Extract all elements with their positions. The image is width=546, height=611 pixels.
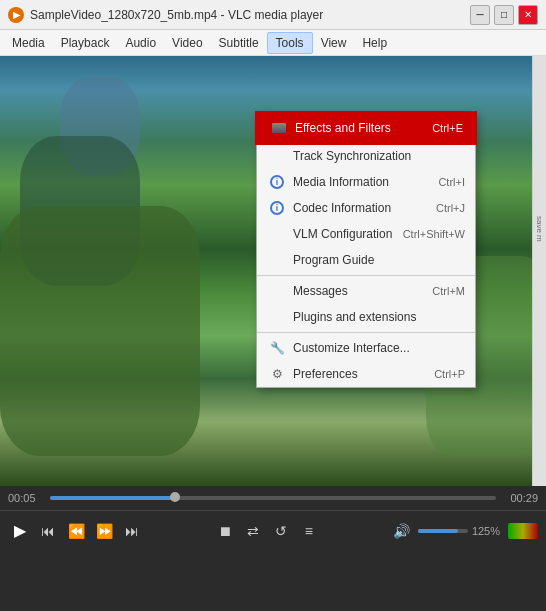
- effects-icon: [269, 120, 289, 136]
- program-guide-icon: [267, 252, 287, 268]
- program-guide-label: Program Guide: [293, 253, 465, 267]
- preferences-shortcut: Ctrl+P: [434, 368, 465, 380]
- codec-info-icon: i: [267, 200, 287, 216]
- tools-dropdown-menu: Effects and Filters Ctrl+E Track Synchro…: [256, 112, 476, 388]
- media-info-shortcut: Ctrl+I: [438, 176, 465, 188]
- track-sync-label: Track Synchronization: [293, 149, 465, 163]
- volume-track[interactable]: [418, 529, 468, 533]
- track-sync-icon: [267, 148, 287, 164]
- menu-codec-info[interactable]: i Codec Information Ctrl+J: [257, 195, 475, 221]
- close-button[interactable]: ✕: [518, 5, 538, 25]
- messages-shortcut: Ctrl+M: [432, 285, 465, 297]
- window-title: SampleVideo_1280x720_5mb.mp4 - VLC media…: [30, 8, 470, 22]
- menu-item-audio[interactable]: Audio: [117, 33, 164, 53]
- menu-messages[interactable]: Messages Ctrl+M: [257, 278, 475, 304]
- vlm-shortcut: Ctrl+Shift+W: [403, 228, 465, 240]
- vlm-label: VLM Configuration: [293, 227, 395, 241]
- prev-button[interactable]: ⏮: [36, 519, 60, 543]
- plugins-label: Plugins and extensions: [293, 310, 465, 324]
- minimize-button[interactable]: ─: [470, 5, 490, 25]
- customize-label: Customize Interface...: [293, 341, 465, 355]
- menu-effects-filters[interactable]: Effects and Filters Ctrl+E: [257, 113, 475, 143]
- messages-icon: [267, 283, 287, 299]
- controls-bar: ▶ ⏮ ⏪ ⏩ ⏭ ⏹ ⇄ ↺ ≡ 🔊 125%: [0, 510, 546, 550]
- menu-vlm-config[interactable]: VLM Configuration Ctrl+Shift+W: [257, 221, 475, 247]
- menu-item-view[interactable]: View: [313, 33, 355, 53]
- messages-label: Messages: [293, 284, 424, 298]
- codec-info-shortcut: Ctrl+J: [436, 202, 465, 214]
- play-button[interactable]: ▶: [8, 519, 32, 543]
- video-area: save m Effects and Filters Ctrl+E Track …: [0, 56, 546, 486]
- plugins-icon: [267, 309, 287, 325]
- volume-area: 🔊 125%: [390, 519, 538, 543]
- codec-info-label: Codec Information: [293, 201, 428, 215]
- menu-item-media[interactable]: Media: [4, 33, 53, 53]
- prev-frame-button[interactable]: ⏪: [64, 519, 88, 543]
- app-icon: ▶: [8, 7, 24, 23]
- menu-customize[interactable]: 🔧 Customize Interface...: [257, 335, 475, 361]
- menu-bar: Media Playback Audio Video Subtitle Tool…: [0, 30, 546, 56]
- menu-preferences[interactable]: ⚙ Preferences Ctrl+P: [257, 361, 475, 387]
- menu-item-video[interactable]: Video: [164, 33, 210, 53]
- progress-area: 00:05 00:29: [0, 486, 546, 510]
- separator-1: [257, 275, 475, 276]
- gear-icon: ⚙: [267, 366, 287, 382]
- menu-plugins[interactable]: Plugins and extensions: [257, 304, 475, 330]
- toggle-button[interactable]: ⏹: [213, 519, 237, 543]
- progress-fill: [50, 496, 175, 500]
- volume-label: 125%: [472, 525, 500, 537]
- current-time: 00:05: [8, 492, 44, 504]
- media-info-label: Media Information: [293, 175, 430, 189]
- repeat-button[interactable]: ↺: [269, 519, 293, 543]
- volume-fill: [418, 529, 458, 533]
- menu-program-guide[interactable]: Program Guide: [257, 247, 475, 273]
- dropdown-overlay: Effects and Filters Ctrl+E Track Synchro…: [0, 112, 546, 486]
- menu-item-playback[interactable]: Playback: [53, 33, 118, 53]
- title-bar: ▶ SampleVideo_1280x720_5mb.mp4 - VLC med…: [0, 0, 546, 30]
- effects-shortcut: Ctrl+E: [432, 122, 463, 134]
- menu-item-help[interactable]: Help: [354, 33, 395, 53]
- menu-track-sync[interactable]: Track Synchronization: [257, 143, 475, 169]
- effects-label: Effects and Filters: [295, 121, 424, 135]
- menu-media-info[interactable]: i Media Information Ctrl+I: [257, 169, 475, 195]
- menu-item-tools[interactable]: Tools: [267, 32, 313, 54]
- next-frame-button[interactable]: ⏩: [92, 519, 116, 543]
- shuffle-button[interactable]: ⇄: [241, 519, 265, 543]
- next-button[interactable]: ⏭: [120, 519, 144, 543]
- vlm-icon: [267, 226, 287, 242]
- volume-gradient-indicator: [508, 523, 538, 539]
- wrench-icon: 🔧: [267, 340, 287, 356]
- extra-button[interactable]: ≡: [297, 519, 321, 543]
- maximize-button[interactable]: □: [494, 5, 514, 25]
- preferences-label: Preferences: [293, 367, 426, 381]
- separator-2: [257, 332, 475, 333]
- progress-track[interactable]: [50, 496, 496, 500]
- menu-item-subtitle[interactable]: Subtitle: [211, 33, 267, 53]
- window-controls: ─ □ ✕: [470, 5, 538, 25]
- progress-thumb: [170, 492, 180, 502]
- total-time: 00:29: [502, 492, 538, 504]
- volume-icon[interactable]: 🔊: [390, 519, 414, 543]
- media-info-icon: i: [267, 174, 287, 190]
